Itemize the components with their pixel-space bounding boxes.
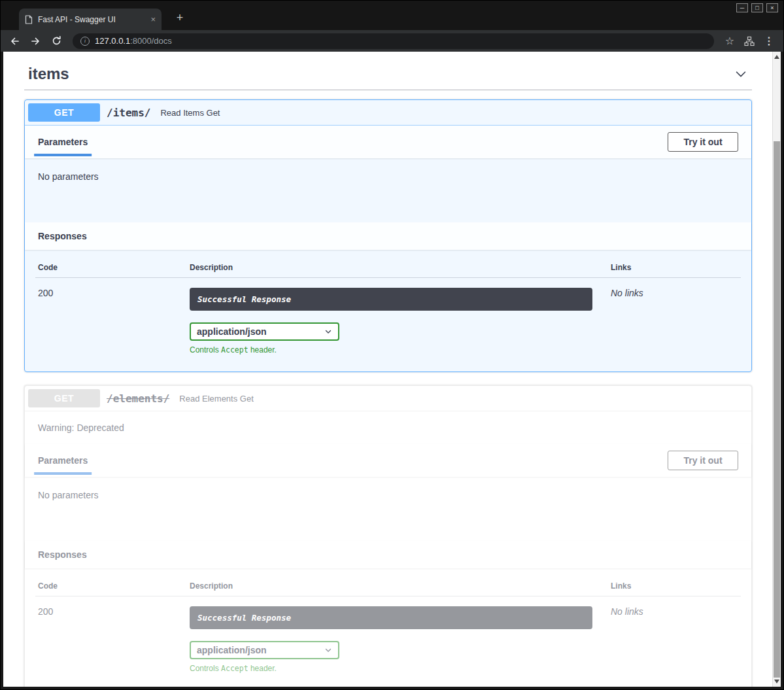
response-links: No links xyxy=(611,288,738,354)
responses-header: Responses xyxy=(25,541,751,568)
method-badge: GET xyxy=(28,103,100,122)
tag-section-items[interactable]: items xyxy=(24,57,752,90)
page-icon xyxy=(25,15,33,24)
method-badge: GET xyxy=(28,389,100,407)
operation-summary-text: Read Elements Get xyxy=(179,394,253,404)
parameters-tab[interactable]: Parameters xyxy=(38,137,88,147)
bookmark-star-icon[interactable]: ☆ xyxy=(722,33,738,49)
response-row-200: 200 Successful Response application/json… xyxy=(35,278,741,354)
browser-toolbar: i 127.0.0.1:8000/docs ☆ ⋮ xyxy=(1,30,783,52)
minimize-button[interactable]: ─ xyxy=(736,3,748,12)
responses-title: Responses xyxy=(38,549,87,560)
code-column-header: Code xyxy=(38,581,190,591)
close-button[interactable]: × xyxy=(766,3,778,12)
operation-path: /items/ xyxy=(107,107,150,119)
code-column-header: Code xyxy=(38,263,190,272)
parameters-tab[interactable]: Parameters xyxy=(38,455,88,466)
response-code: 200 xyxy=(38,288,190,354)
tab-close-icon[interactable]: × xyxy=(150,15,156,24)
response-description-box: Successful Response xyxy=(190,606,592,629)
titlebar: ─ □ × Fast API - Swagger UI × + xyxy=(1,1,783,30)
media-type-row: application/json Controls Accept header. xyxy=(190,322,611,354)
response-links: No links xyxy=(611,606,738,673)
forward-icon[interactable] xyxy=(27,33,44,50)
responses-table-header: Code Description Links xyxy=(35,579,741,596)
page-frame: items GET /items/ Read Items Get Paramet… xyxy=(1,52,783,689)
new-tab-button[interactable]: + xyxy=(172,10,188,26)
url-text: 127.0.0.1:8000/docs xyxy=(95,36,172,46)
responses-body: Code Description Links 200 Successful Re… xyxy=(25,568,751,687)
description-column-header: Description xyxy=(190,263,611,272)
accept-header-note: Controls Accept header. xyxy=(190,664,611,673)
opblock-get-elements-deprecated: GET /elements/ Read Elements Get Warning… xyxy=(24,385,752,687)
scrollbar-thumb[interactable] xyxy=(774,141,780,678)
maximize-button[interactable]: □ xyxy=(751,3,763,12)
responses-table-header: Code Description Links xyxy=(35,260,741,278)
no-parameters-text: No parameters xyxy=(38,490,99,500)
try-it-out-button[interactable]: Try it out xyxy=(668,451,738,470)
section-title: items xyxy=(28,65,69,83)
window-controls: ─ □ × xyxy=(736,3,778,12)
scroll-up-arrow[interactable] xyxy=(773,53,781,61)
deprecated-warning: Warning: Deprecated xyxy=(25,411,751,444)
select-chevron-icon xyxy=(324,328,332,336)
page: items GET /items/ Read Items Get Paramet… xyxy=(3,52,781,687)
parameters-header: Parameters Try it out xyxy=(25,444,751,477)
browser-window: ─ □ × Fast API - Swagger UI × + i 127.0.… xyxy=(0,0,784,690)
links-column-header: Links xyxy=(611,581,738,591)
info-icon[interactable]: i xyxy=(80,37,90,46)
address-bar[interactable]: i 127.0.0.1:8000/docs xyxy=(73,33,714,49)
parameters-header: Parameters Try it out xyxy=(25,126,751,158)
scrollbar[interactable] xyxy=(772,52,781,687)
reload-icon[interactable] xyxy=(48,33,65,50)
swagger-ui: items GET /items/ Read Items Get Paramet… xyxy=(3,52,781,687)
parameters-body: No parameters xyxy=(25,158,751,222)
tab-title: Fast API - Swagger UI xyxy=(38,15,145,24)
responses-title: Responses xyxy=(38,231,87,241)
media-type-select[interactable]: application/json xyxy=(190,641,339,659)
operation-path: /elements/ xyxy=(107,392,169,405)
back-icon[interactable] xyxy=(6,33,23,50)
response-code: 200 xyxy=(38,606,190,673)
links-column-header: Links xyxy=(611,263,738,272)
scroll-down-arrow[interactable] xyxy=(773,678,781,685)
operation-summary[interactable]: GET /elements/ Read Elements Get xyxy=(25,386,751,411)
chevron-down-icon[interactable] xyxy=(734,67,748,81)
response-description-box: Successful Response xyxy=(190,288,592,311)
operation-summary-text: Read Items Get xyxy=(160,108,220,118)
response-row-200: 200 Successful Response application/json xyxy=(35,596,741,673)
media-type-select[interactable]: application/json xyxy=(190,322,339,341)
media-type-row: application/json Controls Accept header. xyxy=(190,641,611,673)
select-chevron-icon xyxy=(324,646,332,654)
parameters-body: No parameters xyxy=(25,477,751,541)
try-it-out-button[interactable]: Try it out xyxy=(668,132,738,152)
accept-header-note: Controls Accept header. xyxy=(190,345,611,354)
browser-menu-icon[interactable]: ⋮ xyxy=(761,33,777,49)
browser-tab[interactable]: Fast API - Swagger UI × xyxy=(19,9,162,30)
responses-body: Code Description Links 200 Successful Re… xyxy=(25,250,751,371)
description-column-header: Description xyxy=(190,581,611,591)
sitemap-icon[interactable] xyxy=(741,33,757,49)
no-parameters-text: No parameters xyxy=(38,171,99,182)
opblock-get-items: GET /items/ Read Items Get Parameters Tr… xyxy=(24,99,752,372)
operation-summary[interactable]: GET /items/ Read Items Get xyxy=(25,100,751,126)
responses-header: Responses xyxy=(25,222,751,250)
